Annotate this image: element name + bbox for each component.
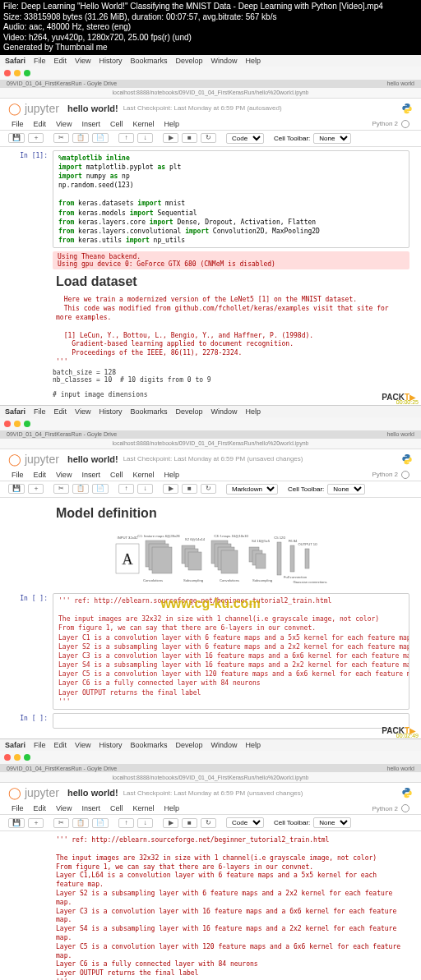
jp-menu-file[interactable]: File (12, 804, 24, 812)
cut-icon[interactable]: ✂ (53, 133, 69, 143)
menu-bookmarks[interactable]: Bookmarks (130, 57, 167, 65)
cut-icon[interactable]: ✂ (53, 818, 69, 828)
browser-tab-right[interactable]: hello world (387, 766, 414, 771)
cell-toolbar-select[interactable]: None (313, 817, 351, 828)
cut-icon[interactable]: ✂ (53, 484, 69, 494)
browser-tab-left[interactable]: 09VID_01_04_FirstKerasRun - Goyle Drive (7, 431, 117, 437)
restart-icon[interactable]: ↻ (201, 133, 216, 143)
move-down-icon[interactable]: ↓ (137, 484, 153, 494)
maximize-icon[interactable] (24, 70, 30, 76)
minimize-icon[interactable] (14, 754, 21, 761)
jp-menu-cell[interactable]: Cell (110, 471, 123, 479)
stop-icon[interactable]: ■ (182, 818, 197, 828)
jp-menu-file[interactable]: File (12, 471, 24, 479)
jp-menu-file[interactable]: File (12, 120, 24, 128)
cell-toolbar-select[interactable]: None (327, 484, 365, 495)
browser-tab-left[interactable]: 09VID_01_04_FirstKerasRun - Goyle Drive (7, 81, 117, 86)
menu-edit[interactable]: Edit (54, 57, 67, 65)
add-cell-icon[interactable]: ＋ (28, 133, 44, 143)
menu-edit[interactable]: Edit (54, 741, 67, 749)
paste-icon[interactable]: 📄 (92, 484, 109, 494)
move-up-icon[interactable]: ↑ (118, 484, 134, 494)
menu-help[interactable]: Help (245, 741, 261, 749)
menu-view[interactable]: View (75, 741, 90, 749)
menu-history[interactable]: History (99, 57, 122, 65)
code-cell-1[interactable]: %matplotlib inline import matplotlib.pyp… (53, 150, 409, 249)
jp-menu-cell[interactable]: Cell (110, 804, 123, 812)
cell-toolbar-select[interactable]: None (313, 133, 351, 144)
menu-help[interactable]: Help (245, 407, 261, 416)
menu-view[interactable]: View (75, 57, 90, 65)
close-icon[interactable] (4, 70, 11, 76)
copy-icon[interactable]: 📋 (72, 484, 89, 494)
jp-menu-view[interactable]: View (56, 120, 72, 128)
menu-file[interactable]: File (34, 407, 46, 416)
jp-menu-insert[interactable]: Insert (81, 120, 100, 128)
jp-menu-kernel[interactable]: Kernel (132, 804, 154, 812)
celltype-select[interactable]: Code (226, 817, 264, 828)
move-down-icon[interactable]: ↓ (137, 818, 153, 828)
menu-view[interactable]: View (75, 407, 90, 416)
jp-menu-cell[interactable]: Cell (110, 120, 123, 128)
menu-file[interactable]: File (34, 57, 46, 65)
stop-icon[interactable]: ■ (182, 484, 197, 494)
minimize-icon[interactable] (14, 70, 21, 76)
browser-tab-left[interactable]: 09VID_01_04_FirstKerasRun - Goyle Drive (7, 766, 117, 771)
menu-develop[interactable]: Develop (175, 407, 202, 416)
minimize-icon[interactable] (14, 421, 21, 427)
maximize-icon[interactable] (24, 754, 30, 761)
address-bar[interactable]: localhost:8888/notebooks/09VID_01_04_Fir… (113, 775, 309, 780)
browser-tab-right[interactable]: hello world (387, 431, 414, 437)
menu-edit[interactable]: Edit (54, 407, 67, 416)
jp-menu-edit[interactable]: Edit (34, 804, 47, 812)
code-cell-empty[interactable] (53, 713, 409, 729)
notebook-name[interactable]: hello world! (67, 788, 118, 798)
paste-icon[interactable]: 📄 (92, 818, 109, 828)
restart-icon[interactable]: ↻ (201, 818, 216, 828)
menu-window[interactable]: Window (210, 57, 237, 65)
jp-menu-help[interactable]: Help (164, 471, 179, 479)
move-down-icon[interactable]: ↓ (137, 133, 153, 143)
run-icon[interactable]: ▶ (163, 818, 178, 828)
menu-bookmarks[interactable]: Bookmarks (130, 741, 167, 749)
paste-icon[interactable]: 📄 (92, 133, 109, 143)
move-up-icon[interactable]: ↑ (118, 818, 134, 828)
jp-menu-help[interactable]: Help (164, 120, 179, 128)
menu-develop[interactable]: Develop (175, 741, 202, 749)
jp-menu-view[interactable]: View (56, 471, 72, 479)
menu-help[interactable]: Help (245, 57, 261, 65)
maximize-icon[interactable] (24, 421, 30, 427)
copy-icon[interactable]: 📋 (72, 818, 89, 828)
jp-menu-help[interactable]: Help (164, 804, 179, 812)
menu-develop[interactable]: Develop (175, 57, 202, 65)
celltype-select[interactable]: Code (226, 133, 264, 144)
notebook-name[interactable]: hello world! (67, 454, 118, 464)
menu-window[interactable]: Window (210, 741, 237, 749)
jp-menu-kernel[interactable]: Kernel (132, 120, 154, 128)
close-icon[interactable] (4, 754, 11, 761)
menu-bookmarks[interactable]: Bookmarks (130, 407, 167, 416)
jp-menu-view[interactable]: View (56, 804, 72, 812)
copy-icon[interactable]: 📋 (72, 133, 89, 143)
move-up-icon[interactable]: ↑ (118, 133, 134, 143)
jp-menu-edit[interactable]: Edit (34, 471, 47, 479)
jp-menu-insert[interactable]: Insert (81, 471, 100, 479)
save-icon[interactable]: 💾 (8, 484, 25, 494)
restart-icon[interactable]: ↻ (201, 484, 216, 494)
code-cell-ref[interactable]: ''' ref: http://eblearn.sourceforge.net/… (53, 593, 409, 710)
close-icon[interactable] (4, 421, 11, 427)
run-icon[interactable]: ▶ (163, 133, 178, 143)
save-icon[interactable]: 💾 (8, 818, 25, 828)
menu-file[interactable]: File (34, 741, 46, 749)
jp-menu-kernel[interactable]: Kernel (132, 471, 154, 479)
add-cell-icon[interactable]: ＋ (28, 818, 44, 828)
browser-tab-right[interactable]: hello world (387, 81, 414, 86)
notebook-name[interactable]: hello world! (67, 104, 118, 113)
celltype-select[interactable]: Markdown (226, 484, 278, 495)
address-bar[interactable]: localhost:8888/notebooks/09VID_01_04_Fir… (113, 90, 309, 95)
jp-menu-edit[interactable]: Edit (34, 120, 47, 128)
address-bar[interactable]: localhost:8888/notebooks/09VID_01_04_Fir… (113, 440, 309, 446)
jp-menu-insert[interactable]: Insert (81, 804, 100, 812)
run-icon[interactable]: ▶ (163, 484, 178, 494)
menu-history[interactable]: History (99, 407, 122, 416)
